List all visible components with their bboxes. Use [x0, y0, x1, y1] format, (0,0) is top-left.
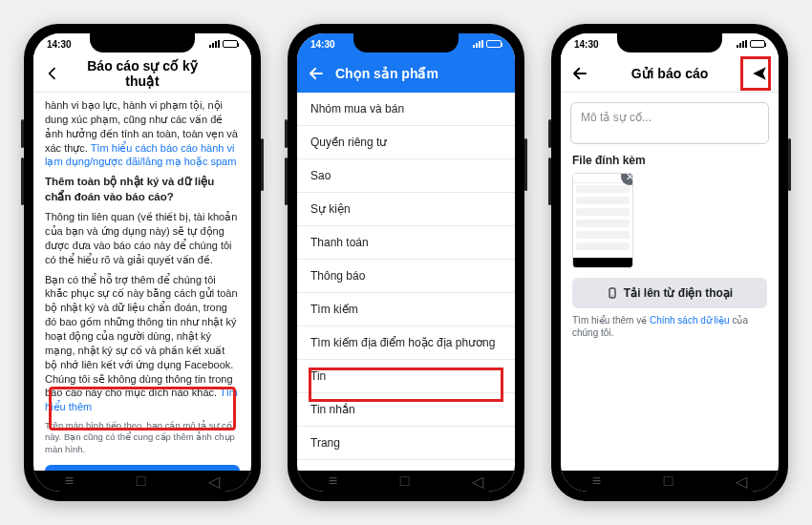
- android-nav-bar: ≡ □ ◁: [561, 471, 779, 492]
- battery-icon: [486, 40, 502, 48]
- list-item[interactable]: Nhóm mua và bán: [297, 93, 515, 126]
- remove-attachment-icon[interactable]: ✕: [621, 173, 633, 185]
- battery-icon: [750, 40, 765, 48]
- signal-icon: [737, 40, 747, 48]
- list-item[interactable]: Sao: [297, 159, 515, 193]
- nav-home-icon[interactable]: □: [400, 472, 410, 490]
- phone-mockup-1: 14:30 Báo cáo sự cố kỹ thuật hành vi bạo…: [24, 24, 261, 501]
- status-time: 14:30: [574, 39, 599, 50]
- body-paragraph-1: Thông tin liên quan (về thiết bị, tài kh…: [45, 210, 240, 266]
- nav-back-icon[interactable]: ◁: [736, 472, 747, 491]
- phone-mockup-3: 14:30 Gửi báo cáo Mô tả sự cố... File đí…: [551, 24, 788, 501]
- send-icon[interactable]: [750, 65, 769, 82]
- attachment-thumbnail[interactable]: ✕: [572, 173, 633, 268]
- android-nav-bar: ≡ □ ◁: [33, 471, 251, 492]
- svg-point-1: [611, 296, 612, 297]
- upload-button[interactable]: Tải lên từ điện thoại: [572, 278, 767, 308]
- data-policy-link[interactable]: Chính sách dữ liệu: [650, 315, 730, 326]
- send-report-content: Mô tả sự cố... File đính kèm ✕ Tải lên t…: [561, 93, 779, 471]
- list-item[interactable]: Tìm kiếm: [297, 293, 515, 326]
- page-title: Chọn sản phẩm: [335, 66, 505, 81]
- list-item[interactable]: Trang cá nhân: [297, 460, 515, 471]
- nav-back-icon[interactable]: ◁: [472, 472, 483, 491]
- list-item[interactable]: Tìm kiếm địa điểm hoặc địa phương: [297, 326, 515, 360]
- section-heading: Thêm toàn bộ nhật ký và dữ liệu chẩn đoá…: [45, 175, 240, 204]
- list-item[interactable]: Trang: [297, 427, 515, 460]
- signal-icon: [209, 40, 220, 48]
- app-header: Chọn sản phẩm: [297, 54, 515, 93]
- list-item[interactable]: Quyền riêng tư: [297, 126, 515, 159]
- signal-icon: [473, 40, 483, 48]
- footnote-text: Trên màn hình tiếp theo, bạn cần mô tả s…: [45, 420, 240, 455]
- report-content: hành vi bạo lực, hành vi phạm tội, nội d…: [33, 93, 251, 471]
- list-item[interactable]: Tin nhắn: [297, 393, 515, 427]
- nav-home-icon[interactable]: □: [137, 472, 146, 490]
- phone-icon: [607, 287, 618, 299]
- page-title: Gửi báo cáo: [599, 66, 740, 81]
- back-icon[interactable]: [43, 66, 62, 81]
- back-icon[interactable]: [307, 65, 326, 82]
- nav-menu-icon[interactable]: ≡: [329, 472, 337, 490]
- app-header: Báo cáo sự cố kỹ thuật: [33, 54, 251, 93]
- status-time: 14:30: [47, 39, 72, 50]
- attachment-label: File đính kèm: [572, 154, 767, 167]
- back-icon[interactable]: [570, 65, 589, 82]
- android-nav-bar: ≡ □ ◁: [297, 471, 515, 492]
- battery-icon: [223, 40, 238, 48]
- description-input[interactable]: Mô tả sự cố...: [570, 102, 769, 144]
- nav-menu-icon[interactable]: ≡: [592, 472, 601, 490]
- nav-menu-icon[interactable]: ≡: [65, 472, 74, 490]
- phone-mockup-2: 14:30 Chọn sản phẩm Nhóm mua và bán Quyề…: [288, 24, 524, 501]
- list-item[interactable]: Sự kiện: [297, 193, 515, 226]
- status-time: 14:30: [310, 39, 335, 50]
- product-list[interactable]: Nhóm mua và bán Quyền riêng tư Sao Sự ki…: [297, 93, 515, 471]
- app-header: Gửi báo cáo: [561, 54, 779, 93]
- list-item-tin[interactable]: Tin: [297, 360, 515, 393]
- list-item[interactable]: Thông báo: [297, 260, 515, 293]
- nav-home-icon[interactable]: □: [664, 472, 673, 490]
- nav-back-icon[interactable]: ◁: [208, 472, 220, 491]
- page-title: Báo cáo sự cố kỹ thuật: [72, 58, 213, 89]
- list-item[interactable]: Thanh toán: [297, 226, 515, 260]
